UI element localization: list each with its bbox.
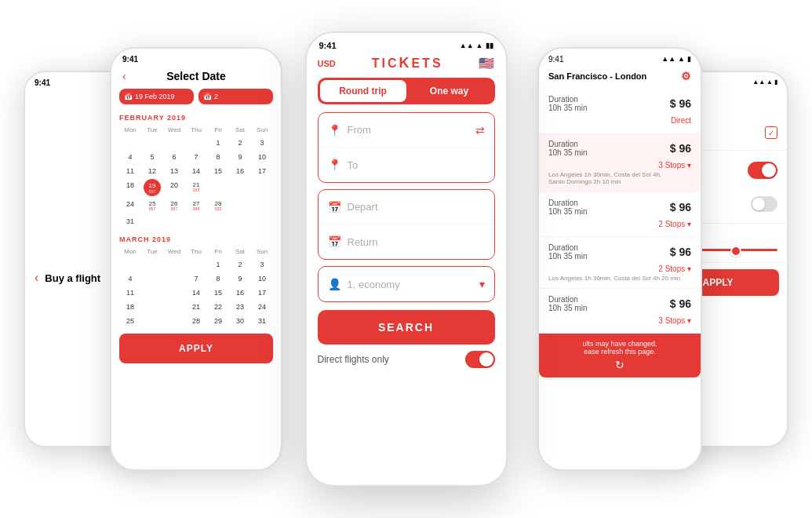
refresh-banner[interactable]: ults may have changed.ease refresh this … <box>539 334 701 378</box>
status-bar-2: 9:41 <box>111 49 281 67</box>
back-icon[interactable]: ‹ <box>122 70 126 82</box>
phone-results: 9:41 ▲▲ ▲ ▮ San Francisco - London ⚙ Dur… <box>537 47 702 471</box>
cal-days-header-2: Mon Tue Wed Thu Fri Sat Sun <box>119 246 273 257</box>
app-title: TICKETS <box>372 55 443 71</box>
trip-type-tabs: Round trip One way <box>318 78 495 104</box>
status-bar-4: 9:41 ▲▲ ▲ ▮ <box>539 49 701 67</box>
result-item[interactable]: Duration10h 35 min $ 96 Direct <box>539 89 701 133</box>
calendar-icon-depart: 📅 <box>328 201 341 213</box>
battery-icon: ▮▮ <box>486 42 493 49</box>
checkbox-direct[interactable]: ✓ <box>765 126 777 139</box>
to-input[interactable]: To <box>348 159 485 171</box>
location-icon: 📍 <box>328 124 341 137</box>
feb-days: 1 2 3 4 5 6 7 8 9 10 11 12 13 14 15 16 1… <box>119 137 273 228</box>
result-item[interactable]: Duration10h 35 min $ 96 3 Stops ▾ Los An… <box>539 133 701 192</box>
person-icon: 👤 <box>328 278 341 290</box>
chip-depart[interactable]: 📅 19 Feb 2019 <box>119 89 194 104</box>
date-chips: 📅 19 Feb 2019 📅 2 <box>111 89 281 111</box>
status-icons: ▲▲ ▲ ▮▮ <box>460 42 493 49</box>
flag-icon[interactable]: 🇺🇸 <box>479 56 494 71</box>
passengers-card: 👤 1, economy ▾ <box>318 266 495 302</box>
wifi-icon-5: ▲ <box>766 78 773 87</box>
signal-icon: ▲▲ <box>460 42 474 49</box>
calendar-icon: 📅 <box>124 93 133 100</box>
status-bar-3: 9:41 ▲▲ ▲ ▮▮ <box>307 33 506 53</box>
calendar-icon-return: 📅 <box>328 235 341 248</box>
status-icons-5: ▲▲ ▲ ▮ <box>752 78 777 87</box>
origin-destination-card: 📍 From ⇄ 📍 To <box>318 112 495 183</box>
return-row[interactable]: 📅 Return <box>319 224 494 259</box>
phone-main-search: 9:41 ▲▲ ▲ ▮▮ USD TICKETS 🇺🇸 Round trip O… <box>305 31 508 487</box>
back-icon[interactable]: ‹ <box>35 271 38 285</box>
signal-icon-4: ▲▲ <box>661 55 675 64</box>
calendar-header: ‹ Select Date <box>111 67 281 89</box>
signal-icon-5: ▲▲ <box>752 78 765 87</box>
battery-icon-4: ▮ <box>687 55 691 64</box>
direct-flights-label: Direct flights only <box>318 354 389 365</box>
depart-input[interactable]: Depart <box>348 201 485 213</box>
wifi-icon: ▲ <box>476 42 483 49</box>
search-form: 📍 From ⇄ 📍 To 📅 Depart 📅 Return <box>318 112 495 302</box>
dates-card: 📅 Depart 📅 Return <box>318 189 495 260</box>
from-input[interactable]: From <box>348 124 475 136</box>
filter-toggle-1[interactable] <box>748 162 777 179</box>
cal-days-header: Mon Tue Wed Thu Fri Sat Sun <box>119 125 273 135</box>
to-row[interactable]: 📍 To <box>319 148 494 182</box>
filter-icon[interactable]: ⚙ <box>681 70 691 82</box>
calendar-icon: 📅 <box>203 93 212 100</box>
from-row[interactable]: 📍 From ⇄ <box>319 113 494 148</box>
wifi-icon-4: ▲ <box>678 55 685 64</box>
direct-toggle[interactable] <box>465 351 495 368</box>
direct-flights-row: Direct flights only <box>307 351 506 378</box>
result-item[interactable]: Duration10h 35 min $ 96 2 Stops ▾ <box>539 192 701 237</box>
phone-calendar: 9:41 ‹ Select Date 📅 19 Feb 2019 📅 2 FEB… <box>110 47 282 471</box>
apply-button[interactable]: APPLY <box>119 334 273 363</box>
depart-row[interactable]: 📅 Depart <box>319 190 494 224</box>
calendar-grid: FEBRUARY 2019 Mon Tue Wed Thu Fri Sat Su… <box>111 111 281 327</box>
scene: 9:41 ‹ Buy a flight bravofly $ Trip.com … <box>0 0 812 518</box>
return-input[interactable]: Return <box>348 236 485 248</box>
location-icon-2: 📍 <box>328 159 341 171</box>
results-header: San Francisco - London ⚙ <box>539 67 701 89</box>
refresh-icon[interactable]: ↻ <box>548 359 691 371</box>
top-bar: USD TICKETS 🇺🇸 <box>307 53 506 78</box>
tab-one-way[interactable]: One way <box>406 80 493 102</box>
tab-round-trip[interactable]: Round trip <box>320 80 406 102</box>
status-icons-4: ▲▲ ▲ ▮ <box>661 55 691 64</box>
battery-icon-5: ▮ <box>774 78 777 87</box>
dropdown-icon[interactable]: ▾ <box>479 278 485 290</box>
result-item[interactable]: Duration10h 35 min $ 96 3 Stops ▾ <box>539 289 701 334</box>
filter-toggle-2[interactable] <box>751 196 777 212</box>
march-days: 1 2 3 4 7 8 9 10 11 14 15 16 17 18 <box>119 258 273 327</box>
search-button[interactable]: SEARCH <box>318 310 495 345</box>
chip-return[interactable]: 📅 2 <box>198 89 273 104</box>
passengers-row[interactable]: 👤 1, economy ▾ <box>319 267 494 301</box>
result-item[interactable]: Duration10h 35 min $ 96 2 Stops ▾ Los An… <box>539 237 701 289</box>
swap-icon[interactable]: ⇄ <box>475 124 485 137</box>
passengers-input[interactable]: 1, economy <box>348 279 479 290</box>
currency-label[interactable]: USD <box>318 59 336 68</box>
